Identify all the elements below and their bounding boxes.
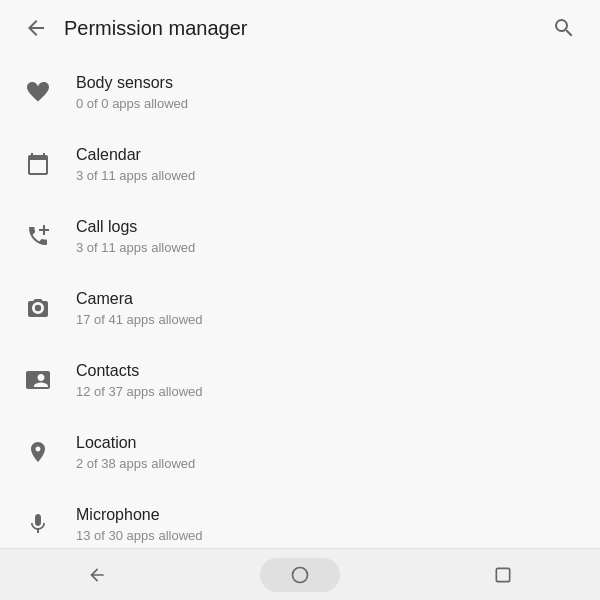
back-icon — [24, 16, 48, 40]
call-logs-icon — [20, 224, 56, 248]
contacts-text: Contacts 12 of 37 apps allowed — [76, 361, 202, 399]
contacts-subtitle: 12 of 37 apps allowed — [76, 384, 202, 399]
calendar-subtitle: 3 of 11 apps allowed — [76, 168, 195, 183]
app-header: Permission manager — [0, 0, 600, 56]
location-title: Location — [76, 433, 195, 454]
body-sensors-subtitle: 0 of 0 apps allowed — [76, 96, 188, 111]
nav-home-button[interactable] — [260, 558, 340, 592]
call-logs-subtitle: 3 of 11 apps allowed — [76, 240, 195, 255]
contacts-icon — [20, 368, 56, 392]
microphone-text: Microphone 13 of 30 apps allowed — [76, 505, 202, 543]
call-logs-title: Call logs — [76, 217, 195, 238]
nav-back-icon — [87, 565, 107, 585]
list-item-calendar[interactable]: Calendar 3 of 11 apps allowed — [0, 128, 600, 200]
location-text: Location 2 of 38 apps allowed — [76, 433, 195, 471]
svg-point-0 — [292, 567, 307, 582]
microphone-icon — [20, 512, 56, 536]
camera-subtitle: 17 of 41 apps allowed — [76, 312, 202, 327]
body-sensors-icon — [20, 80, 56, 104]
list-item-contacts[interactable]: Contacts 12 of 37 apps allowed — [0, 344, 600, 416]
body-sensors-title: Body sensors — [76, 73, 188, 94]
page-title: Permission manager — [64, 17, 544, 40]
calendar-text: Calendar 3 of 11 apps allowed — [76, 145, 195, 183]
svg-rect-1 — [497, 568, 510, 581]
contacts-title: Contacts — [76, 361, 202, 382]
camera-text: Camera 17 of 41 apps allowed — [76, 289, 202, 327]
back-button[interactable] — [16, 8, 56, 48]
camera-title: Camera — [76, 289, 202, 310]
search-button[interactable] — [544, 8, 584, 48]
list-item-location[interactable]: Location 2 of 38 apps allowed — [0, 416, 600, 488]
location-subtitle: 2 of 38 apps allowed — [76, 456, 195, 471]
nav-recents-icon — [493, 565, 513, 585]
search-icon — [552, 16, 576, 40]
nav-recents-button[interactable] — [473, 558, 533, 592]
call-logs-text: Call logs 3 of 11 apps allowed — [76, 217, 195, 255]
nav-home-icon — [290, 565, 310, 585]
list-item-body-sensors[interactable]: Body sensors 0 of 0 apps allowed — [0, 56, 600, 128]
nav-back-button[interactable] — [67, 558, 127, 592]
camera-icon — [20, 296, 56, 320]
list-item-microphone[interactable]: Microphone 13 of 30 apps allowed — [0, 488, 600, 548]
microphone-title: Microphone — [76, 505, 202, 526]
calendar-title: Calendar — [76, 145, 195, 166]
location-icon — [20, 440, 56, 464]
navigation-bar — [0, 548, 600, 600]
body-sensors-text: Body sensors 0 of 0 apps allowed — [76, 73, 188, 111]
permissions-list: Body sensors 0 of 0 apps allowed Calenda… — [0, 56, 600, 548]
list-item-call-logs[interactable]: Call logs 3 of 11 apps allowed — [0, 200, 600, 272]
microphone-subtitle: 13 of 30 apps allowed — [76, 528, 202, 543]
list-item-camera[interactable]: Camera 17 of 41 apps allowed — [0, 272, 600, 344]
calendar-icon — [20, 152, 56, 176]
